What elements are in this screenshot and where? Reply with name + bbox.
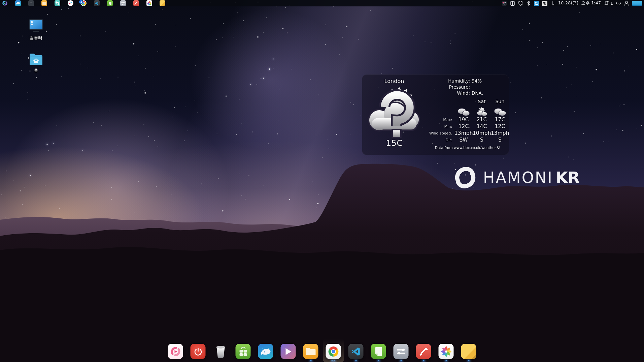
forecast-day (454, 99, 473, 106)
vscode-icon (95, 1, 99, 5)
folder-icon (306, 348, 316, 356)
max-temp: 21C (473, 116, 491, 123)
running-indicator (310, 360, 311, 361)
tray-hamonikr-updater-icon[interactable] (534, 1, 539, 6)
wind-value: DNA, (472, 90, 509, 96)
dock-item-text-editor[interactable] (371, 344, 386, 362)
sliders-icon (396, 348, 406, 356)
panel-app-chrome[interactable]: 3 (81, 0, 87, 6)
running-indicator (423, 360, 424, 361)
photos-flower-icon (147, 1, 151, 5)
wind-dir: SW (454, 137, 473, 143)
weather-widget[interactable]: London 15C Humidity: (362, 74, 509, 155)
wind-speed: 10mph (473, 130, 491, 137)
panel-app-whale-browser[interactable] (15, 0, 21, 6)
svg-text:!: ! (512, 2, 513, 5)
tray-network-icon[interactable] (616, 1, 621, 6)
brand-text: HAMONIKR (483, 169, 580, 187)
panel-app-sticky-notes[interactable] (160, 0, 165, 6)
document-icon (108, 1, 112, 5)
power-icon (194, 347, 202, 356)
humidity-value: 94% (472, 78, 509, 84)
dock-item-power[interactable] (190, 344, 206, 362)
show-desktop-button[interactable] (632, 1, 642, 6)
humidity-label: Humidity: (426, 78, 470, 84)
tray-bluetooth-icon[interactable] (526, 1, 531, 6)
panel-app-vscode[interactable] (94, 0, 100, 6)
panel-app-slack[interactable] (68, 0, 73, 6)
pressure-label: Pressure: (426, 84, 470, 90)
folder-icon (42, 2, 46, 5)
tray-music-player-icon[interactable]: ♫ (550, 1, 555, 6)
running-indicator (445, 360, 447, 361)
panel-app-drawing[interactable] (133, 0, 139, 6)
top-panel: >_ 3 (0, 0, 644, 6)
running-indicator (334, 360, 335, 361)
panel-app-screenshot-tool[interactable] (55, 0, 60, 6)
running-indicator (468, 360, 469, 361)
weather-source: Data from www.bbc.co.uk/weather ↻ (426, 145, 509, 150)
dock (168, 344, 476, 362)
pressure-value (472, 84, 509, 90)
panel-clock[interactable]: 10-28(금), 오후 1:47 (558, 0, 601, 6)
desktop-icon-label: 컴퓨터 (30, 35, 42, 41)
panel-app-tweaks[interactable] (120, 0, 126, 6)
sticky-fold (163, 4, 165, 6)
dock-item-drawing[interactable] (416, 344, 431, 362)
panel-app-text-editor[interactable] (107, 0, 113, 6)
dock-item-whale-browser[interactable] (258, 344, 273, 362)
dock-item-hamonikr-menu[interactable] (168, 344, 183, 362)
wind-dir: S (473, 137, 491, 143)
terminal-prompt-glyph: >_ (30, 1, 33, 4)
min-row-label: Min: (426, 124, 454, 129)
dock-item-vscode[interactable] (348, 344, 364, 362)
hamonikr-pinwheel-icon (2, 0, 8, 6)
desktop-icon-home[interactable]: 홈 (21, 53, 52, 73)
tray-ime-korean-indicator[interactable]: 한 (542, 1, 547, 6)
dock-item-sticky-notes[interactable] (461, 344, 476, 362)
dock-item-chrome-active[interactable] (326, 344, 341, 362)
running-indicator (378, 360, 379, 361)
tray-security-shield-icon[interactable] (518, 1, 523, 6)
forecast-table: Sat Sun (426, 99, 509, 143)
panel-app-file-manager[interactable] (41, 0, 47, 6)
running-indicator (332, 360, 333, 361)
whale-icon (260, 346, 271, 357)
panel-app-list: >_ 3 (2, 0, 165, 6)
weather-city: London (362, 78, 426, 84)
dock-item-trash[interactable] (213, 344, 228, 362)
tray-user-icon[interactable] (624, 1, 629, 6)
wind-speed: 13mph (454, 130, 473, 137)
weather-temperature: 15C (362, 138, 426, 148)
max-row-label: Max: (426, 118, 454, 122)
home-folder-icon (28, 53, 44, 66)
panel-app-photos[interactable] (146, 0, 152, 6)
pen-icon (134, 1, 138, 5)
dock-item-file-manager[interactable] (303, 344, 318, 362)
hamonikr-pinwheel-logo (453, 165, 477, 190)
notification-count: 1 (610, 1, 613, 6)
refresh-icon[interactable]: ↻ (497, 145, 500, 150)
dock-item-photos[interactable] (438, 344, 454, 362)
tray-update-manager-icon[interactable]: ! (510, 1, 515, 6)
dock-item-media-player[interactable] (280, 344, 296, 362)
desktop-screen: >_ 3 (0, 0, 644, 362)
panel-app-hamonikr-menu[interactable] (2, 0, 8, 6)
document-icon (374, 347, 383, 356)
max-temp: 17C (491, 116, 509, 123)
dock-item-app-store[interactable] (235, 344, 251, 362)
dir-row-label: Dir: (426, 138, 454, 142)
panel-app-terminal[interactable]: >_ (28, 0, 34, 6)
app-store-icon (238, 346, 248, 357)
vscode-icon (351, 347, 361, 356)
dock-item-tweaks[interactable] (393, 344, 409, 362)
desktop-icon-computer[interactable]: 컴퓨터 (21, 19, 52, 41)
cloudy-icon (491, 106, 509, 116)
notification-bell-icon[interactable] (604, 1, 609, 6)
wind-dir: S (491, 137, 509, 143)
chrome-icon (328, 346, 339, 357)
tray-slack-status-icon[interactable] (502, 1, 507, 6)
min-temp: 12C (454, 123, 473, 130)
wind-speed-row-label: Wind speed: (426, 131, 454, 135)
weather-current: London 15C (362, 75, 426, 148)
